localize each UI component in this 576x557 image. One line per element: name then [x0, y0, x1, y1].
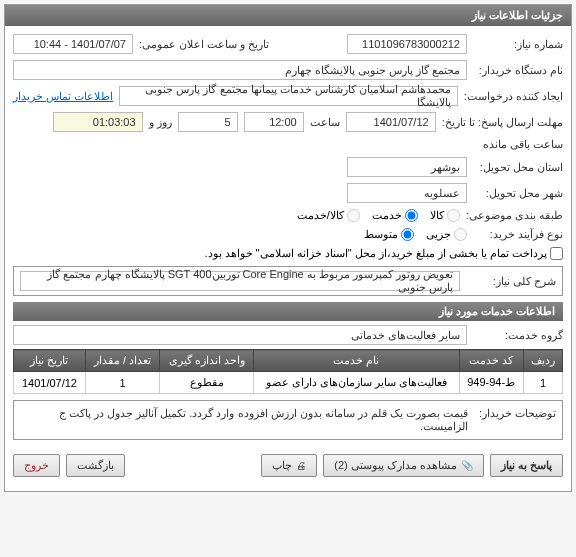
category-radio-group: کالا خدمت کالا/خدمت [297, 209, 460, 222]
row-purchase-type: نوع فرآیند خرید: جزیی متوسط پرداخت تمام … [13, 228, 563, 260]
attachments-button[interactable]: 📎 مشاهده مدارک پیوستی (2) [323, 454, 484, 477]
announce-label: تاریخ و ساعت اعلان عمومی: [139, 38, 269, 51]
announce-value: 1401/07/07 - 10:44 [13, 34, 133, 54]
button-row: پاسخ به نیاز 📎 مشاهده مدارک پیوستی (2) 🖨… [13, 448, 563, 483]
radio-partial[interactable]: جزیی [426, 228, 467, 241]
buyer-notes-text: قیمت بصورت یک قلم در سامانه بدون ارزش اف… [20, 407, 468, 433]
city-value: عسلویه [347, 183, 467, 203]
attachments-button-label: مشاهده مدارک پیوستی (2) [334, 459, 457, 472]
panel-body: شماره نیاز: 1101096783000212 تاریخ و ساع… [5, 26, 571, 491]
row-creator: ایجاد کننده درخواست: محمدهاشم اسلامیان ک… [13, 86, 563, 106]
need-no-label: شماره نیاز: [473, 38, 563, 51]
service-group-label: گروه خدمت: [473, 329, 563, 342]
table-row[interactable]: 1 ط-94-949 فعالیت‌های سایر سازمان‌های دا… [14, 372, 563, 394]
radio-goods-service-input [347, 209, 360, 222]
row-city: شهر محل تحویل: عسلویه [13, 183, 563, 203]
creator-value: محمدهاشم اسلامیان کارشناس خدمات پیمانها … [119, 86, 458, 106]
radio-medium[interactable]: متوسط [364, 228, 414, 241]
exit-button[interactable]: خروج [13, 454, 60, 477]
row-need-no: شماره نیاز: 1101096783000212 تاریخ و ساع… [13, 34, 563, 54]
respond-button[interactable]: پاسخ به نیاز [490, 454, 563, 477]
category-label: طبقه بندی موضوعی: [466, 209, 563, 222]
city-label: شهر محل تحویل: [473, 187, 563, 200]
row-province: استان محل تحویل: بوشهر [13, 157, 563, 177]
payment-check-input[interactable] [550, 247, 563, 260]
remaining-label: ساعت باقی مانده [483, 138, 563, 151]
time-label: ساعت [310, 116, 340, 129]
need-no-value: 1101096783000212 [347, 34, 467, 54]
radio-goods-service-label: کالا/خدمت [297, 209, 344, 222]
creator-label: ایجاد کننده درخواست: [464, 90, 563, 103]
row-buyer: نام دستگاه خریدار: مجتمع گاز پارس جنوبی … [13, 60, 563, 80]
print-button[interactable]: 🖨 چاپ [261, 454, 317, 477]
th-date: تاریخ نیاز [14, 350, 86, 372]
radio-service-input [405, 209, 418, 222]
th-name: نام خدمت [254, 350, 459, 372]
radio-goods-label: کالا [430, 209, 444, 222]
printer-icon: 🖨 [296, 460, 306, 471]
radio-goods[interactable]: کالا [430, 209, 460, 222]
purchase-type-label: نوع فرآیند خرید: [473, 228, 563, 241]
exit-button-label: خروج [24, 459, 49, 472]
radio-service[interactable]: خدمت [372, 209, 418, 222]
buyer-value: مجتمع گاز پارس جنوبی پالایشگاه چهارم [13, 60, 467, 80]
cell-unit: مقطوع [160, 372, 254, 394]
deadline-label: مهلت ارسال پاسخ: تا تاریخ: [442, 116, 563, 129]
service-group-value: سایر فعالیت‌های خدماتی [13, 325, 467, 345]
paperclip-icon: 📎 [461, 460, 473, 471]
radio-goods-input [447, 209, 460, 222]
row-category: طبقه بندی موضوعی: کالا خدمت کالا/خدمت [13, 209, 563, 222]
table-header-row: ردیف کد خدمت نام خدمت واحد اندازه گیری ت… [14, 350, 563, 372]
service-group-row: گروه خدمت: سایر فعالیت‌های خدماتی [13, 325, 563, 345]
desc-row: شرح کلی نیاز: تعویض روتور کمپرسور مربوط … [20, 271, 556, 291]
services-table: ردیف کد خدمت نام خدمت واحد اندازه گیری ت… [13, 349, 563, 394]
desc-text: تعویض روتور کمپرسور مربوط به Core Engine… [20, 271, 460, 291]
contact-link[interactable]: اطلاعات تماس خریدار [13, 90, 113, 103]
deadline-date: 1401/07/12 [346, 112, 436, 132]
th-code: کد خدمت [459, 350, 523, 372]
cell-code: ط-94-949 [459, 372, 523, 394]
respond-button-label: پاسخ به نیاز [501, 459, 552, 472]
back-button[interactable]: بازگشت [66, 454, 125, 477]
th-qty: تعداد / مقدار [85, 350, 159, 372]
back-button-label: بازگشت [77, 459, 114, 472]
th-unit: واحد اندازه گیری [160, 350, 254, 372]
radio-service-label: خدمت [372, 209, 402, 222]
buyer-label: نام دستگاه خریدار: [473, 64, 563, 77]
cell-name: فعالیت‌های سایر سازمان‌های دارای عضو [254, 372, 459, 394]
radio-medium-input [401, 228, 414, 241]
panel-title: جزئیات اطلاعات نیاز [5, 5, 571, 26]
radio-partial-input [454, 228, 467, 241]
cell-qty: 1 [85, 372, 159, 394]
radio-partial-label: جزیی [426, 228, 451, 241]
deadline-time: 12:00 [244, 112, 304, 132]
main-panel: جزئیات اطلاعات نیاز شماره نیاز: 11010967… [4, 4, 572, 492]
desc-panel: شرح کلی نیاز: تعویض روتور کمپرسور مربوط … [13, 266, 563, 296]
payment-note: پرداخت تمام یا بخشی از مبلغ خرید،از محل … [204, 247, 547, 260]
radio-medium-label: متوسط [364, 228, 398, 241]
desc-label: شرح کلی نیاز: [466, 275, 556, 288]
province-label: استان محل تحویل: [473, 161, 563, 174]
buyer-notes-box: توضیحات خریدار: قیمت بصورت یک قلم در سام… [13, 400, 563, 440]
days-label: روز و [149, 116, 172, 129]
print-button-label: چاپ [272, 459, 292, 472]
cell-idx: 1 [523, 372, 562, 394]
row-deadline: مهلت ارسال پاسخ: تا تاریخ: 1401/07/12 سا… [13, 112, 563, 151]
radio-goods-service[interactable]: کالا/خدمت [297, 209, 360, 222]
services-section-title: اطلاعات خدمات مورد نیاز [13, 302, 563, 321]
cell-date: 1401/07/12 [14, 372, 86, 394]
province-value: بوشهر [347, 157, 467, 177]
days-value: 5 [178, 112, 238, 132]
purchase-radio-group: جزیی متوسط [364, 228, 467, 241]
remaining-time: 01:03:03 [53, 112, 143, 132]
buyer-notes-label: توضیحات خریدار: [476, 407, 556, 420]
th-idx: ردیف [523, 350, 562, 372]
payment-check[interactable]: پرداخت تمام یا بخشی از مبلغ خرید،از محل … [204, 247, 563, 260]
